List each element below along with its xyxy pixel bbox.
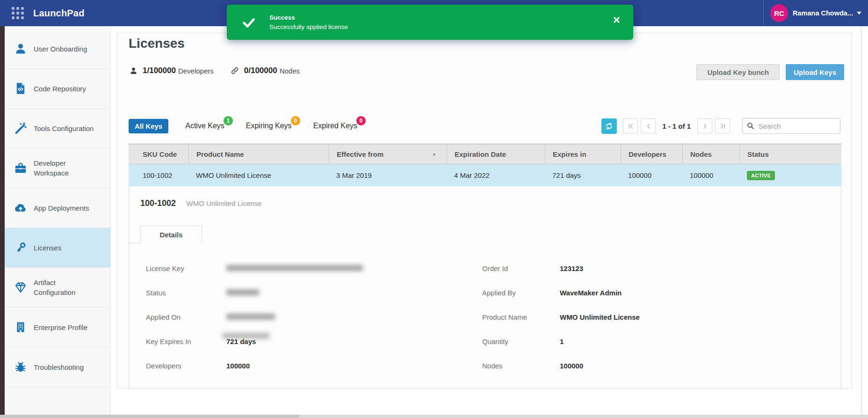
tab-expiring-keys[interactable]: Expiring Keys0 bbox=[246, 122, 292, 130]
sort-asc-icon: ▲ bbox=[432, 152, 436, 156]
page-title: Licenses bbox=[129, 36, 185, 51]
gem-icon bbox=[14, 280, 28, 294]
detail-field-applied-on: Applied On bbox=[146, 305, 363, 329]
toast-title: Success bbox=[269, 14, 348, 21]
sidebar-item-troubleshooting[interactable]: Troubleshooting bbox=[5, 347, 110, 387]
sidebar-item-label: User Onboarding bbox=[34, 44, 95, 54]
licenses-table: SKU Code Product Name Effective from ▲ E… bbox=[129, 144, 841, 187]
first-page-icon bbox=[627, 123, 634, 130]
sidebar-item-enterprise-profile[interactable]: Enterprise Profile bbox=[5, 308, 110, 347]
detail-field-status: Status bbox=[146, 280, 363, 305]
table-row[interactable]: 100-1002WMO Unlimited License3 Mar 20194… bbox=[129, 164, 841, 187]
last-page-button[interactable] bbox=[715, 118, 730, 133]
tab-details[interactable]: Details bbox=[140, 226, 202, 243]
cell-expiration-date: 4 Mar 2022 bbox=[447, 171, 545, 179]
app-grid-icon[interactable] bbox=[10, 6, 25, 21]
key-icon bbox=[14, 241, 28, 255]
detail-field-nodes: Nodes 100000 bbox=[482, 353, 640, 378]
sidebar-item-label: App Deployments bbox=[34, 203, 95, 213]
sidebar-item-app-deployments[interactable]: App Deployments bbox=[5, 188, 110, 228]
sidebar-item-user-onboarding[interactable]: User Onboarding bbox=[5, 29, 110, 69]
sidebar-item-label: Tools Configuration bbox=[34, 124, 95, 133]
detail-field-applied-by: Applied By WaveMaker Admin bbox=[482, 280, 640, 305]
license-usage-stats: 1/100000 Developers 0/100000 Nodes bbox=[130, 66, 317, 75]
sidebar-item-licenses[interactable]: Licenses bbox=[5, 228, 110, 268]
field-label: Order Id bbox=[482, 264, 560, 272]
cell-effective-from: 3 Mar 2019 bbox=[329, 171, 447, 179]
sidebar-item-developer-workspace[interactable]: Developer Workspace bbox=[5, 148, 110, 188]
sidebar: User Onboarding Code Repository Tools Co… bbox=[5, 26, 111, 415]
cell-nodes: 100000 bbox=[682, 171, 739, 179]
upload-key-bunch-button[interactable]: Upload Key bunch bbox=[696, 64, 780, 80]
briefcase-icon bbox=[14, 161, 28, 175]
column-header-sku-code[interactable]: SKU Code bbox=[129, 144, 188, 164]
column-header-developers[interactable]: Developers bbox=[621, 144, 682, 164]
field-value: 721 days bbox=[226, 337, 256, 345]
check-icon bbox=[241, 15, 257, 30]
detail-field-developers: Developers 100000 bbox=[146, 353, 363, 378]
cell-developers: 100000 bbox=[621, 171, 682, 179]
detail-field-key-expires-in: Key Expires In 721 days bbox=[146, 329, 363, 353]
toast-message: Successfully applied license bbox=[269, 23, 348, 30]
stat-value: 0/100000 bbox=[244, 66, 277, 75]
field-label: Status bbox=[146, 289, 226, 297]
building-icon bbox=[14, 320, 28, 334]
stat-label: Developers bbox=[178, 67, 214, 75]
search-icon bbox=[746, 122, 755, 130]
cell-expires-in: 721 days bbox=[545, 171, 621, 179]
chevron-left-icon bbox=[645, 123, 652, 130]
key-filter-tabs: All KeysActive Keys1Expiring Keys0Expire… bbox=[129, 119, 362, 133]
detail-field-product-name: Product Name WMO Unlimited License bbox=[482, 305, 640, 329]
status-badge: ACTIVE bbox=[747, 171, 775, 180]
sidebar-item-tools-configuration[interactable]: Tools Configuration bbox=[5, 109, 110, 148]
detail-field-license-key: License Key bbox=[146, 256, 363, 280]
search-input[interactable] bbox=[742, 118, 840, 134]
user-menu[interactable]: RC Ramana Chowda... bbox=[763, 0, 868, 26]
detail-sku: 100-1002 bbox=[140, 198, 176, 208]
sidebar-item-label: Licenses bbox=[34, 243, 95, 253]
field-value: 100000 bbox=[560, 362, 583, 370]
column-header-product-name[interactable]: Product Name bbox=[188, 144, 329, 164]
stat-nodes: 0/100000 Nodes bbox=[231, 66, 300, 75]
sidebar-item-label: Troubleshooting bbox=[34, 362, 95, 372]
sidebar-item-artifact-configuration[interactable]: Artifact Configuration bbox=[5, 268, 110, 308]
tab-expired-keys[interactable]: Expired Keys0 bbox=[313, 122, 357, 130]
prev-page-button[interactable] bbox=[641, 118, 656, 133]
field-label: Nodes bbox=[482, 362, 560, 370]
field-value: WaveMaker Admin bbox=[560, 289, 622, 297]
detail-product-name: WMO Unlimited License bbox=[187, 199, 262, 207]
next-page-button[interactable] bbox=[697, 118, 712, 133]
tab-all-keys[interactable]: All Keys bbox=[129, 119, 168, 133]
upload-keys-button[interactable]: Upload Keys bbox=[786, 64, 844, 80]
stat-developers: 1/100000 Developers bbox=[130, 66, 214, 75]
sidebar-item-label: Code Repository bbox=[34, 84, 95, 94]
wand-icon bbox=[14, 121, 28, 135]
horizontal-scrollbar[interactable] bbox=[0, 415, 868, 418]
field-label: Developers bbox=[146, 362, 226, 370]
field-value: WMO Unlimited License bbox=[560, 313, 640, 321]
column-header-nodes[interactable]: Nodes bbox=[682, 144, 739, 164]
first-page-button[interactable] bbox=[623, 118, 638, 133]
sidebar-item-code-repository[interactable]: Code Repository bbox=[5, 69, 110, 109]
vertical-scrollbar[interactable] bbox=[861, 26, 861, 415]
sidebar-item-label: Artifact Configuration bbox=[34, 278, 95, 297]
license-detail-panel: 100-1002 WMO Unlimited License Details L… bbox=[129, 186, 841, 389]
cell-status: ACTIVE bbox=[739, 171, 841, 180]
sidebar-item-label: Developer Workspace bbox=[34, 158, 95, 178]
field-label: Product Name bbox=[482, 313, 560, 321]
chevron-right-icon bbox=[702, 123, 709, 130]
tab-badge: 1 bbox=[224, 116, 233, 125]
refresh-button[interactable] bbox=[601, 118, 617, 134]
column-header-effective-from[interactable]: Effective from ▲ bbox=[329, 144, 447, 164]
code-file-icon bbox=[14, 81, 28, 95]
field-value bbox=[226, 289, 259, 297]
column-header-expires-in[interactable]: Expires in bbox=[545, 144, 621, 164]
close-icon[interactable] bbox=[613, 16, 620, 23]
column-header-expiration-date[interactable]: Expiration Date bbox=[447, 144, 545, 164]
column-header-status[interactable]: Status bbox=[739, 144, 841, 164]
cell-product-name: WMO Unlimited License bbox=[188, 171, 329, 179]
user-name: Ramana Chowda... bbox=[793, 9, 853, 17]
field-value bbox=[226, 264, 363, 272]
tab-active-keys[interactable]: Active Keys1 bbox=[185, 122, 224, 130]
scrollbar-thumb[interactable] bbox=[0, 415, 299, 418]
